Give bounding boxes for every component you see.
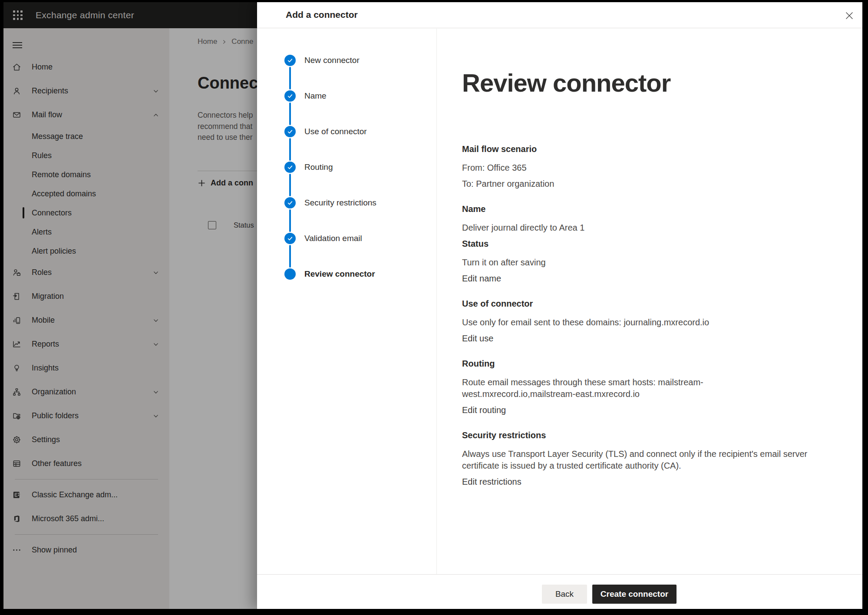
review-section-name: NameDeliver journal directly to Area 1	[462, 203, 836, 234]
review-section-status: StatusTurn it on after savingEdit name	[462, 238, 836, 284]
step-label: Name	[304, 91, 327, 101]
wizard-title: Add a connector	[286, 10, 358, 20]
step-label: Use of connector	[304, 127, 367, 136]
step-label: Routing	[304, 162, 333, 172]
step-validation-email[interactable]: Validation email	[284, 233, 362, 244]
section-text: Deliver journal directly to Area 1	[462, 222, 815, 234]
step-use-of-connector[interactable]: Use of connector	[284, 126, 367, 137]
step-check-icon	[284, 90, 296, 102]
step-connector-line	[289, 102, 291, 125]
review-sections: Mail flow scenarioFrom: Office 365To: Pa…	[462, 143, 836, 488]
section-text: Route email messages through these smart…	[462, 377, 815, 400]
review-section-routing: RoutingRoute email messages through thes…	[462, 358, 836, 416]
close-icon[interactable]	[844, 10, 855, 21]
step-connector-line	[289, 209, 291, 232]
review-heading: Review connector	[462, 69, 836, 97]
add-connector-wizard: Add a connector New connectorNameUse of …	[257, 2, 862, 609]
section-heading: Security restrictions	[462, 430, 836, 441]
edit-name-link[interactable]: Edit name	[462, 273, 815, 284]
step-label: Review connector	[304, 269, 375, 279]
wizard-header: Add a connector	[257, 2, 862, 28]
section-heading: Status	[462, 238, 836, 250]
step-connector-line	[289, 174, 291, 196]
review-section-mail-flow-scenario: Mail flow scenarioFrom: Office 365To: Pa…	[462, 143, 836, 190]
section-text: From: Office 365	[462, 162, 815, 174]
back-button[interactable]: Back	[542, 585, 587, 604]
step-label: Security restrictions	[304, 198, 376, 208]
edit-restrictions-link[interactable]: Edit restrictions	[462, 476, 815, 488]
step-check-icon	[284, 233, 296, 244]
wizard-body: New connectorNameUse of connectorRouting…	[257, 29, 862, 574]
section-heading: Name	[462, 203, 836, 215]
step-check-icon	[284, 126, 296, 137]
review-section-use-of-connector: Use of connectorUse only for email sent …	[462, 298, 836, 344]
step-review-connector[interactable]: Review connector	[284, 268, 375, 280]
edit-routing-link[interactable]: Edit routing	[462, 404, 815, 416]
step-connector-line	[289, 67, 291, 89]
step-label: Validation email	[304, 234, 362, 243]
step-security-restrictions[interactable]: Security restrictions	[284, 197, 376, 208]
step-connector-line	[289, 245, 291, 268]
section-heading: Mail flow scenario	[462, 143, 836, 155]
section-text: Use only for email sent to these domains…	[462, 317, 815, 328]
section-text: To: Partner organization	[462, 178, 815, 190]
section-text: Turn it on after saving	[462, 257, 815, 268]
step-new-connector[interactable]: New connector	[284, 55, 360, 66]
review-panel: Review connector Mail flow scenarioFrom:…	[437, 29, 862, 574]
section-heading: Routing	[462, 358, 836, 370]
section-text: Always use Transport Layer Security (TLS…	[462, 448, 815, 472]
step-check-icon	[284, 55, 296, 66]
step-label: New connector	[304, 56, 360, 65]
create-connector-button[interactable]: Create connector	[592, 585, 677, 604]
step-routing[interactable]: Routing	[284, 162, 333, 173]
step-current-dot	[284, 268, 296, 280]
step-check-icon	[284, 162, 296, 173]
section-heading: Use of connector	[462, 298, 836, 310]
step-connector-line	[289, 138, 291, 161]
wizard-footer: Back Create connector	[257, 574, 862, 609]
edit-use-link[interactable]: Edit use	[462, 333, 815, 344]
step-check-icon	[284, 197, 296, 208]
screen: Exchange admin center HomeRecipientsMail…	[3, 2, 862, 609]
wizard-stepper: New connectorNameUse of connectorRouting…	[257, 29, 437, 574]
review-section-security-restrictions: Security restrictionsAlways use Transpor…	[462, 430, 836, 488]
step-name[interactable]: Name	[284, 90, 327, 102]
